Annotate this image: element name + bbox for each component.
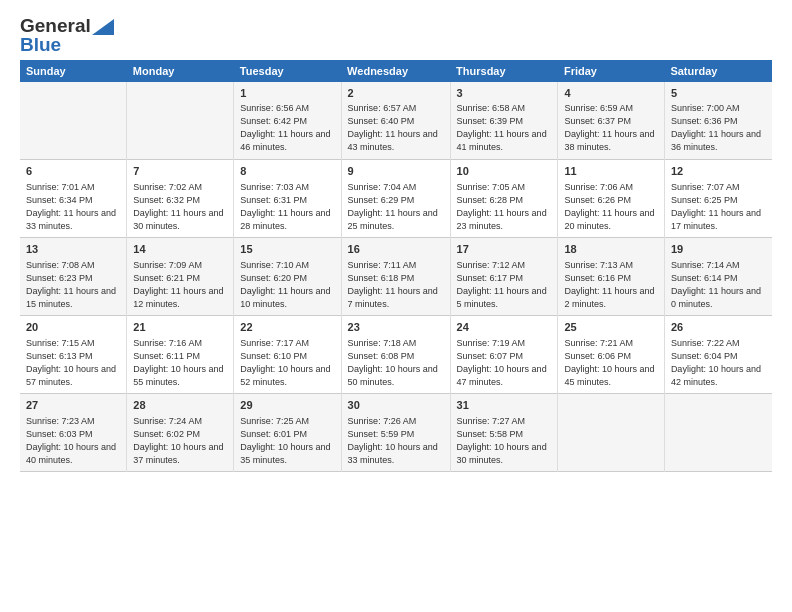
day-cell: 24Sunrise: 7:19 AM Sunset: 6:07 PM Dayli…	[450, 316, 558, 394]
logo-icon	[92, 19, 114, 35]
week-row-1: 1Sunrise: 6:56 AM Sunset: 6:42 PM Daylig…	[20, 82, 772, 160]
col-header-monday: Monday	[127, 60, 234, 82]
day-number: 29	[240, 398, 334, 413]
day-cell: 8Sunrise: 7:03 AM Sunset: 6:31 PM Daylig…	[234, 160, 341, 238]
day-content: Sunrise: 7:21 AM Sunset: 6:06 PM Dayligh…	[564, 337, 657, 389]
day-cell: 16Sunrise: 7:11 AM Sunset: 6:18 PM Dayli…	[341, 238, 450, 316]
day-number: 8	[240, 164, 334, 179]
day-content: Sunrise: 7:01 AM Sunset: 6:34 PM Dayligh…	[26, 181, 120, 233]
day-cell: 17Sunrise: 7:12 AM Sunset: 6:17 PM Dayli…	[450, 238, 558, 316]
day-number: 25	[564, 320, 657, 335]
day-number: 5	[671, 86, 766, 101]
day-content: Sunrise: 7:06 AM Sunset: 6:26 PM Dayligh…	[564, 181, 657, 233]
day-cell: 14Sunrise: 7:09 AM Sunset: 6:21 PM Dayli…	[127, 238, 234, 316]
day-number: 20	[26, 320, 120, 335]
col-header-friday: Friday	[558, 60, 664, 82]
day-cell: 4Sunrise: 6:59 AM Sunset: 6:37 PM Daylig…	[558, 82, 664, 160]
day-number: 27	[26, 398, 120, 413]
day-content: Sunrise: 7:24 AM Sunset: 6:02 PM Dayligh…	[133, 415, 227, 467]
day-content: Sunrise: 7:03 AM Sunset: 6:31 PM Dayligh…	[240, 181, 334, 233]
day-cell: 6Sunrise: 7:01 AM Sunset: 6:34 PM Daylig…	[20, 160, 127, 238]
day-number: 13	[26, 242, 120, 257]
col-header-saturday: Saturday	[664, 60, 772, 82]
day-cell: 10Sunrise: 7:05 AM Sunset: 6:28 PM Dayli…	[450, 160, 558, 238]
day-number: 9	[348, 164, 444, 179]
day-content: Sunrise: 7:18 AM Sunset: 6:08 PM Dayligh…	[348, 337, 444, 389]
day-content: Sunrise: 6:58 AM Sunset: 6:39 PM Dayligh…	[457, 102, 552, 154]
day-cell	[664, 394, 772, 472]
day-content: Sunrise: 7:23 AM Sunset: 6:03 PM Dayligh…	[26, 415, 120, 467]
day-cell: 29Sunrise: 7:25 AM Sunset: 6:01 PM Dayli…	[234, 394, 341, 472]
header-row: SundayMondayTuesdayWednesdayThursdayFrid…	[20, 60, 772, 82]
day-cell: 30Sunrise: 7:26 AM Sunset: 5:59 PM Dayli…	[341, 394, 450, 472]
day-content: Sunrise: 7:22 AM Sunset: 6:04 PM Dayligh…	[671, 337, 766, 389]
day-cell	[127, 82, 234, 160]
week-row-5: 27Sunrise: 7:23 AM Sunset: 6:03 PM Dayli…	[20, 394, 772, 472]
day-number: 30	[348, 398, 444, 413]
day-content: Sunrise: 7:10 AM Sunset: 6:20 PM Dayligh…	[240, 259, 334, 311]
day-number: 11	[564, 164, 657, 179]
day-number: 24	[457, 320, 552, 335]
day-content: Sunrise: 7:13 AM Sunset: 6:16 PM Dayligh…	[564, 259, 657, 311]
day-content: Sunrise: 7:04 AM Sunset: 6:29 PM Dayligh…	[348, 181, 444, 233]
day-cell: 21Sunrise: 7:16 AM Sunset: 6:11 PM Dayli…	[127, 316, 234, 394]
day-cell: 5Sunrise: 7:00 AM Sunset: 6:36 PM Daylig…	[664, 82, 772, 160]
week-row-2: 6Sunrise: 7:01 AM Sunset: 6:34 PM Daylig…	[20, 160, 772, 238]
day-number: 4	[564, 86, 657, 101]
day-cell	[558, 394, 664, 472]
col-header-wednesday: Wednesday	[341, 60, 450, 82]
day-content: Sunrise: 6:57 AM Sunset: 6:40 PM Dayligh…	[348, 102, 444, 154]
day-content: Sunrise: 7:26 AM Sunset: 5:59 PM Dayligh…	[348, 415, 444, 467]
day-number: 1	[240, 86, 334, 101]
col-header-thursday: Thursday	[450, 60, 558, 82]
page-container: General Blue SundayMondayTuesdayWednesda…	[0, 0, 792, 482]
day-number: 10	[457, 164, 552, 179]
day-number: 18	[564, 242, 657, 257]
day-cell: 27Sunrise: 7:23 AM Sunset: 6:03 PM Dayli…	[20, 394, 127, 472]
day-cell: 18Sunrise: 7:13 AM Sunset: 6:16 PM Dayli…	[558, 238, 664, 316]
day-cell: 25Sunrise: 7:21 AM Sunset: 6:06 PM Dayli…	[558, 316, 664, 394]
day-cell: 20Sunrise: 7:15 AM Sunset: 6:13 PM Dayli…	[20, 316, 127, 394]
day-content: Sunrise: 7:12 AM Sunset: 6:17 PM Dayligh…	[457, 259, 552, 311]
calendar-table: SundayMondayTuesdayWednesdayThursdayFrid…	[20, 60, 772, 473]
day-content: Sunrise: 7:27 AM Sunset: 5:58 PM Dayligh…	[457, 415, 552, 467]
day-number: 23	[348, 320, 444, 335]
day-content: Sunrise: 6:59 AM Sunset: 6:37 PM Dayligh…	[564, 102, 657, 154]
day-number: 3	[457, 86, 552, 101]
day-cell: 23Sunrise: 7:18 AM Sunset: 6:08 PM Dayli…	[341, 316, 450, 394]
day-number: 16	[348, 242, 444, 257]
day-cell: 26Sunrise: 7:22 AM Sunset: 6:04 PM Dayli…	[664, 316, 772, 394]
logo: General Blue	[20, 16, 114, 56]
day-number: 21	[133, 320, 227, 335]
day-cell: 31Sunrise: 7:27 AM Sunset: 5:58 PM Dayli…	[450, 394, 558, 472]
day-cell	[20, 82, 127, 160]
day-cell: 7Sunrise: 7:02 AM Sunset: 6:32 PM Daylig…	[127, 160, 234, 238]
header: General Blue	[20, 16, 772, 56]
day-number: 2	[348, 86, 444, 101]
day-number: 26	[671, 320, 766, 335]
day-content: Sunrise: 7:19 AM Sunset: 6:07 PM Dayligh…	[457, 337, 552, 389]
day-number: 19	[671, 242, 766, 257]
day-content: Sunrise: 7:17 AM Sunset: 6:10 PM Dayligh…	[240, 337, 334, 389]
day-content: Sunrise: 7:07 AM Sunset: 6:25 PM Dayligh…	[671, 181, 766, 233]
day-cell: 12Sunrise: 7:07 AM Sunset: 6:25 PM Dayli…	[664, 160, 772, 238]
day-cell: 15Sunrise: 7:10 AM Sunset: 6:20 PM Dayli…	[234, 238, 341, 316]
day-cell: 9Sunrise: 7:04 AM Sunset: 6:29 PM Daylig…	[341, 160, 450, 238]
day-content: Sunrise: 6:56 AM Sunset: 6:42 PM Dayligh…	[240, 102, 334, 154]
day-content: Sunrise: 7:00 AM Sunset: 6:36 PM Dayligh…	[671, 102, 766, 154]
day-content: Sunrise: 7:15 AM Sunset: 6:13 PM Dayligh…	[26, 337, 120, 389]
week-row-4: 20Sunrise: 7:15 AM Sunset: 6:13 PM Dayli…	[20, 316, 772, 394]
week-row-3: 13Sunrise: 7:08 AM Sunset: 6:23 PM Dayli…	[20, 238, 772, 316]
day-cell: 28Sunrise: 7:24 AM Sunset: 6:02 PM Dayli…	[127, 394, 234, 472]
day-number: 15	[240, 242, 334, 257]
day-cell: 19Sunrise: 7:14 AM Sunset: 6:14 PM Dayli…	[664, 238, 772, 316]
logo-blue: Blue	[20, 35, 61, 56]
day-content: Sunrise: 7:09 AM Sunset: 6:21 PM Dayligh…	[133, 259, 227, 311]
svg-marker-0	[92, 19, 114, 35]
day-cell: 13Sunrise: 7:08 AM Sunset: 6:23 PM Dayli…	[20, 238, 127, 316]
day-number: 12	[671, 164, 766, 179]
col-header-tuesday: Tuesday	[234, 60, 341, 82]
day-number: 7	[133, 164, 227, 179]
day-content: Sunrise: 7:11 AM Sunset: 6:18 PM Dayligh…	[348, 259, 444, 311]
day-cell: 2Sunrise: 6:57 AM Sunset: 6:40 PM Daylig…	[341, 82, 450, 160]
